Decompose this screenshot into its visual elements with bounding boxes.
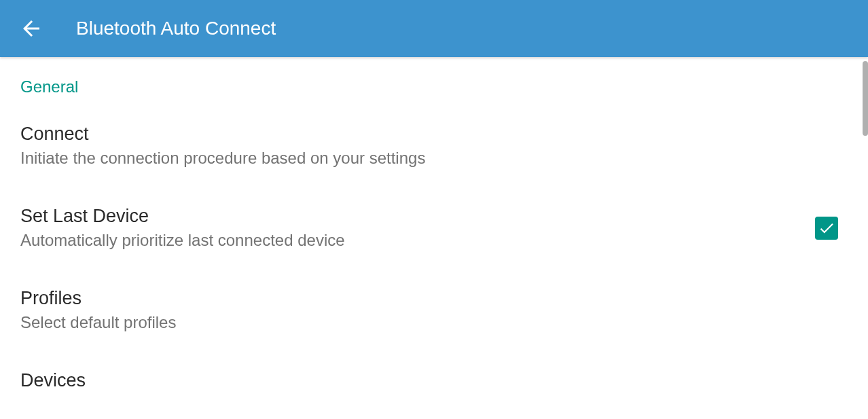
setting-text: Devices [20,370,848,395]
setting-devices[interactable]: Devices [20,370,848,419]
setting-title: Profiles [20,288,848,309]
checkbox-set-last-device[interactable] [815,217,838,240]
setting-subtitle: Automatically prioritize last connected … [20,231,815,250]
app-bar: Bluetooth Auto Connect [0,0,868,57]
setting-connect[interactable]: Connect Initiate the connection procedur… [20,124,848,206]
setting-profiles[interactable]: Profiles Select default profiles [20,288,848,370]
setting-text: Set Last Device Automatically prioritize… [20,206,815,250]
check-icon [818,219,835,237]
section-header-general: General [20,77,848,96]
setting-title: Devices [20,370,848,391]
back-button[interactable] [19,16,43,41]
setting-title: Set Last Device [20,206,815,227]
setting-text: Connect Initiate the connection procedur… [20,124,848,168]
setting-title: Connect [20,124,848,145]
arrow-back-icon [19,16,43,41]
scroll-indicator[interactable] [863,61,868,136]
setting-subtitle: Initiate the connection procedure based … [20,149,848,168]
app-title: Bluetooth Auto Connect [76,18,276,39]
setting-subtitle: Select default profiles [20,313,848,332]
settings-content: General Connect Initiate the connection … [0,57,868,419]
setting-text: Profiles Select default profiles [20,288,848,332]
setting-set-last-device[interactable]: Set Last Device Automatically prioritize… [20,206,848,288]
